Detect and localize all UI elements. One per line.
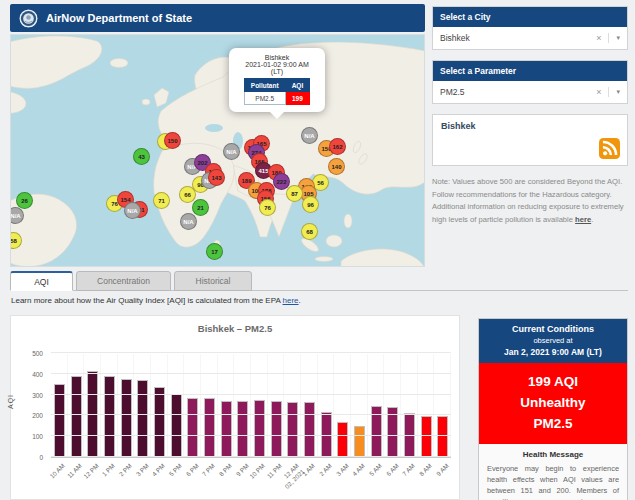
map-marker[interactable]: 76: [259, 199, 276, 216]
chart-bar[interactable]: [121, 379, 132, 457]
map-marker[interactable]: 162: [329, 138, 346, 155]
note-here-link[interactable]: here: [575, 215, 591, 224]
map-marker[interactable]: 68: [301, 223, 318, 240]
chart-bar[interactable]: [204, 398, 215, 457]
chart-gridline: [51, 414, 451, 415]
city-select[interactable]: Bishkek × ▾: [433, 27, 627, 49]
y-tick-label: 400: [32, 371, 43, 378]
chart-bar-slot: [51, 354, 68, 457]
chart-bar-slot: [334, 354, 351, 457]
tab-historical[interactable]: Historical: [174, 271, 252, 291]
chart-bar-slot: [168, 354, 185, 457]
select-city-panel: Select a City Bishkek × ▾: [432, 6, 628, 50]
chart-bar[interactable]: [354, 426, 365, 457]
note-suffix: .: [591, 215, 593, 224]
world-aqi-map[interactable]: 26N/A5876154141N/A7143150669021N/A17N/A2…: [10, 34, 425, 267]
x-tick-label: 5 PM: [168, 462, 184, 478]
map-marker[interactable]: N/A: [301, 127, 318, 144]
chart-y-axis-ticks: 0100200300400500: [13, 354, 47, 458]
chart-bar[interactable]: [254, 400, 265, 457]
chart-bar[interactable]: [337, 422, 348, 457]
y-tick-label: 0: [39, 454, 43, 461]
map-marker[interactable]: 140: [328, 158, 345, 175]
map-marker[interactable]: 21: [192, 199, 209, 216]
app-header: AirNow Department of State: [10, 4, 425, 32]
map-marker[interactable]: 17: [206, 243, 223, 260]
chart-bar[interactable]: [221, 401, 232, 457]
chart-bar[interactable]: [104, 376, 115, 457]
x-tick-label: 7 PM: [201, 462, 217, 478]
chart-bar-slot: [234, 354, 251, 457]
chart-bar[interactable]: [171, 394, 182, 457]
chart-bar[interactable]: [137, 380, 148, 457]
map-marker[interactable]: 43: [133, 148, 150, 165]
chart-bar[interactable]: [437, 416, 448, 457]
select-city-header: Select a City: [433, 7, 627, 27]
parameter-clear-icon[interactable]: ×: [592, 87, 609, 97]
learn-more-suffix: .: [299, 296, 301, 305]
x-tick-label: 10 PM: [248, 462, 266, 480]
x-tick-label: 1 PM: [101, 462, 117, 478]
select-parameter-header: Select a Parameter: [433, 61, 627, 81]
map-marker[interactable]: 87: [286, 185, 303, 202]
tab-aqi[interactable]: AQI: [10, 271, 73, 291]
map-marker[interactable]: 143: [208, 169, 225, 186]
chart-bar-slot: [301, 354, 318, 457]
current-conditions-header: Current Conditions observed at Jan 2, 20…: [479, 319, 627, 363]
chart-bar[interactable]: [71, 376, 82, 457]
chart-bar[interactable]: [287, 402, 298, 457]
map-marker[interactable]: N/A: [124, 202, 141, 219]
map-marker[interactable]: 96: [302, 196, 319, 213]
popup-datetime: 2021-01-02 9:00 AM: [234, 61, 320, 68]
city-clear-icon[interactable]: ×: [592, 33, 609, 43]
page-title: AirNow Department of State: [46, 12, 192, 24]
view-tabs: AQIConcentrationHistorical: [10, 271, 252, 291]
right-column: Select a City Bishkek × ▾ Select a Param…: [432, 6, 628, 226]
chart-gridline: [51, 373, 451, 374]
chart-bar-slot: [84, 354, 101, 457]
x-tick-label: 6 PM: [184, 462, 200, 478]
aqi-category-line: Unhealthy: [483, 393, 623, 414]
parameter-chevron-down-icon[interactable]: ▾: [609, 88, 620, 96]
chart-bar-slot: [401, 354, 418, 457]
chart-bar-slot: [118, 354, 135, 457]
x-tick-label: 4 PM: [151, 462, 167, 478]
chart-bar[interactable]: [421, 416, 432, 457]
epa-here-link[interactable]: here: [283, 296, 299, 305]
learn-more-prefix: Learn more about how the Air Quality Ind…: [11, 296, 283, 305]
aqi-value-line: 199 AQI: [483, 372, 623, 393]
chart-bar[interactable]: [187, 398, 198, 457]
chart-bar[interactable]: [304, 402, 315, 457]
map-marker[interactable]: N/A: [180, 213, 197, 230]
chart-bar-slot: [434, 354, 451, 457]
chart-bar[interactable]: [271, 401, 282, 457]
y-tick-label: 300: [32, 392, 43, 399]
popup-pollutant-value: PM2.5: [244, 92, 285, 105]
feed-city-label: Bishkek: [441, 121, 619, 131]
parameter-select[interactable]: PM2.5 × ▾: [433, 81, 627, 103]
chart-bar-slot: [318, 354, 335, 457]
popup-table: Pollutant AQI PM2.5 199: [244, 78, 310, 105]
rss-icon[interactable]: [599, 138, 620, 159]
map-marker[interactable]: 26: [16, 192, 33, 209]
y-tick-label: 500: [32, 350, 43, 357]
y-tick-label: 200: [32, 412, 43, 419]
health-message-block: Health Message Everyone may begin to exp…: [479, 444, 627, 500]
map-marker[interactable]: N/A: [223, 143, 240, 160]
map-marker[interactable]: 71: [153, 192, 170, 209]
chart-bar[interactable]: [54, 384, 65, 457]
x-tick-label: 6 AM: [385, 462, 401, 478]
x-tick-label: 9 AM: [435, 462, 451, 478]
chart-bar[interactable]: [154, 387, 165, 457]
chart-bar-slot: [68, 354, 85, 457]
city-chevron-down-icon[interactable]: ▾: [609, 34, 620, 42]
map-marker[interactable]: 150: [164, 132, 181, 149]
aqi-chart-panel: Bishkek – PM2.5 AQI 0100200300400500 10 …: [10, 315, 460, 500]
world-map-land: [11, 35, 425, 267]
x-tick-label: 7 AM: [401, 462, 417, 478]
x-tick-label: 5 AM: [368, 462, 384, 478]
chart-title: Bishkek – PM2.5: [11, 323, 459, 334]
tab-concentration[interactable]: Concentration: [76, 271, 171, 291]
chart-bar[interactable]: [237, 401, 248, 457]
x-tick-label: 10 AM: [49, 462, 67, 480]
